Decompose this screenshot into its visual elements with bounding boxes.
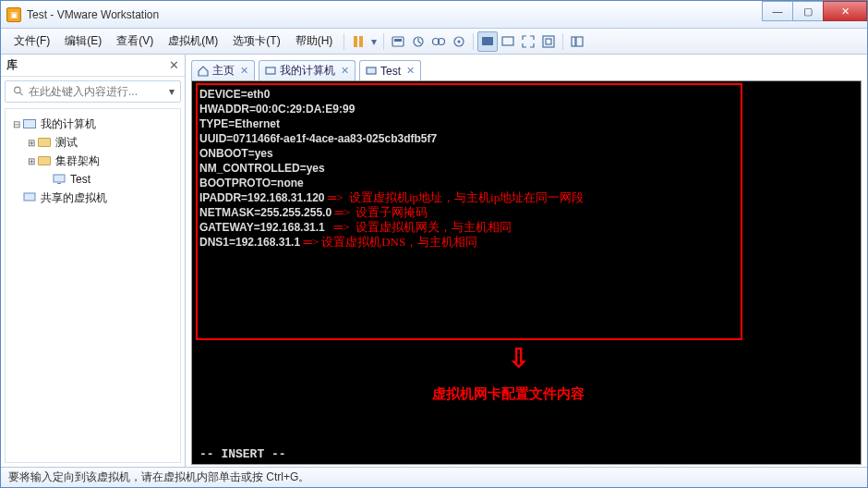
sidebar-close-icon[interactable]: ✕: [169, 58, 179, 72]
tab-test-close-icon[interactable]: ✕: [406, 65, 415, 77]
content-area: 主页 ✕ 我的计算机 ✕ Test ✕ DEVICE=eth0 HWADDR=0…: [186, 55, 867, 467]
sidebar-title: 库: [6, 57, 18, 73]
search-icon: [13, 85, 25, 98]
maximize-button[interactable]: ▢: [792, 1, 824, 21]
tab-mycomputer[interactable]: 我的计算机 ✕: [259, 60, 356, 80]
svg-rect-0: [354, 36, 357, 47]
svg-rect-20: [266, 67, 275, 74]
vm-icon: [366, 66, 377, 77]
sidebar: 库 ✕ ▾ ⊟我的计算机 ⊞测试 ⊞集群架构 Test 共享的虚拟机: [1, 55, 186, 467]
close-button[interactable]: ✕: [823, 1, 867, 21]
svg-rect-13: [572, 37, 575, 46]
app-icon: ▣: [6, 7, 21, 22]
view-console-icon[interactable]: [477, 31, 498, 52]
minimize-button[interactable]: —: [762, 1, 793, 21]
monitor-icon: [265, 66, 276, 77]
menu-edit[interactable]: 编辑(E): [57, 30, 109, 53]
cfg-type: TYPE=Ethernet: [199, 116, 853, 131]
search-box[interactable]: ▾: [5, 80, 181, 103]
tab-mycomputer-close-icon[interactable]: ✕: [341, 65, 349, 77]
svg-rect-18: [57, 183, 61, 184]
cfg-uuid: UUID=0711466f-ae1f-4ace-aa83-025cb3dfb5f…: [199, 131, 853, 146]
library-toggle-icon[interactable]: [567, 31, 587, 52]
search-dropdown-icon[interactable]: ▾: [167, 85, 176, 98]
svg-point-15: [15, 87, 21, 93]
cfg-netmask: NETMASK=255.255.255.0 ═> 设置子网掩码: [199, 205, 853, 220]
svg-rect-19: [24, 193, 35, 201]
cfg-dns: DNS1=192.168.31.1 ═> 设置虚拟机DNS，与主机相同: [199, 235, 853, 250]
vm-console[interactable]: DEVICE=eth0 HWADDR=00:0C:29:DA:E9:99 TYP…: [191, 80, 862, 465]
view-thumbnail-icon[interactable]: [498, 31, 518, 52]
tab-home-label: 主页: [212, 63, 235, 79]
svg-point-8: [458, 40, 461, 43]
annotation-summary: 虚拟机网卡配置文件内容: [432, 386, 585, 401]
tab-mycomputer-label: 我的计算机: [280, 63, 335, 79]
svg-rect-3: [394, 39, 402, 42]
menu-vm[interactable]: 虚拟机(M): [161, 30, 225, 53]
cfg-bootproto: BOOTPROTO=none: [199, 176, 853, 190]
status-bar: 要将输入定向到该虚拟机，请在虚拟机内部单击或按 Ctrl+G。: [1, 467, 867, 487]
status-text: 要将输入定向到该虚拟机，请在虚拟机内部单击或按 Ctrl+G。: [8, 470, 309, 485]
menu-file[interactable]: 文件(F): [6, 30, 57, 53]
svg-rect-12: [546, 39, 551, 44]
home-icon: [198, 66, 209, 77]
arrow-down-icon: ⇩: [508, 346, 529, 372]
tree-shared[interactable]: 共享的虚拟机: [9, 189, 176, 207]
pause-dropdown[interactable]: ▾: [368, 31, 380, 52]
revert-icon[interactable]: [449, 31, 469, 52]
svg-rect-10: [502, 37, 513, 45]
tree-item-test-vm[interactable]: Test: [9, 170, 176, 189]
library-tree: ⊟我的计算机 ⊞测试 ⊞集群架构 Test 共享的虚拟机: [5, 108, 181, 463]
menu-view[interactable]: 查看(V): [109, 30, 161, 53]
unity-icon[interactable]: [538, 31, 559, 52]
fullscreen-icon[interactable]: [518, 31, 538, 52]
menu-tabs[interactable]: 选项卡(T): [225, 30, 287, 53]
tree-item-test-folder[interactable]: ⊞测试: [9, 133, 176, 152]
tab-bar: 主页 ✕ 我的计算机 ✕ Test ✕: [186, 55, 867, 80]
svg-rect-9: [482, 37, 493, 45]
tree-item-cluster[interactable]: ⊞集群架构: [9, 152, 176, 170]
cfg-ipaddr: IPADDR=192.168.31.120 ═> 设置虚拟机ip地址，与主机ip…: [199, 190, 853, 205]
tab-test[interactable]: Test ✕: [359, 60, 421, 80]
cfg-hwaddr: HWADDR=00:0C:29:DA:E9:99: [199, 102, 853, 116]
svg-rect-14: [576, 37, 583, 46]
pause-button[interactable]: [348, 31, 368, 52]
menu-help[interactable]: 帮助(H): [288, 30, 341, 53]
cfg-nmcontrolled: NM_CONTROLLED=yes: [199, 161, 853, 176]
snapshot-manager-icon[interactable]: [428, 31, 449, 52]
snapshot-icon[interactable]: [408, 31, 428, 52]
menu-bar: 文件(F) 编辑(E) 查看(V) 虚拟机(M) 选项卡(T) 帮助(H) ▾: [1, 29, 867, 55]
cfg-device: DEVICE=eth0: [199, 87, 853, 102]
svg-rect-21: [367, 67, 376, 74]
tab-test-label: Test: [380, 65, 401, 78]
vim-mode: -- INSERT --: [199, 447, 286, 462]
svg-rect-17: [54, 175, 65, 182]
tab-home-close-icon[interactable]: ✕: [240, 65, 248, 77]
tree-root[interactable]: ⊟我的计算机: [9, 115, 176, 133]
main-area: 库 ✕ ▾ ⊟我的计算机 ⊞测试 ⊞集群架构 Test 共享的虚拟机 主页 ✕ …: [1, 55, 867, 467]
window-title: Test - VMware Workstation: [27, 8, 763, 21]
svg-line-16: [19, 92, 22, 95]
cfg-gateway: GATEWAY=192.168.31.1 ═> 设置虚拟机网关，与主机相同: [199, 220, 853, 235]
svg-rect-1: [359, 36, 363, 47]
search-input[interactable]: [29, 85, 167, 98]
title-bar: ▣ Test - VMware Workstation — ▢ ✕: [1, 1, 867, 29]
cfg-onboot: ONBOOT=yes: [199, 146, 853, 161]
tab-home[interactable]: 主页 ✕: [191, 60, 255, 80]
send-ctrl-alt-del-icon[interactable]: [388, 31, 408, 52]
svg-rect-11: [543, 36, 554, 47]
